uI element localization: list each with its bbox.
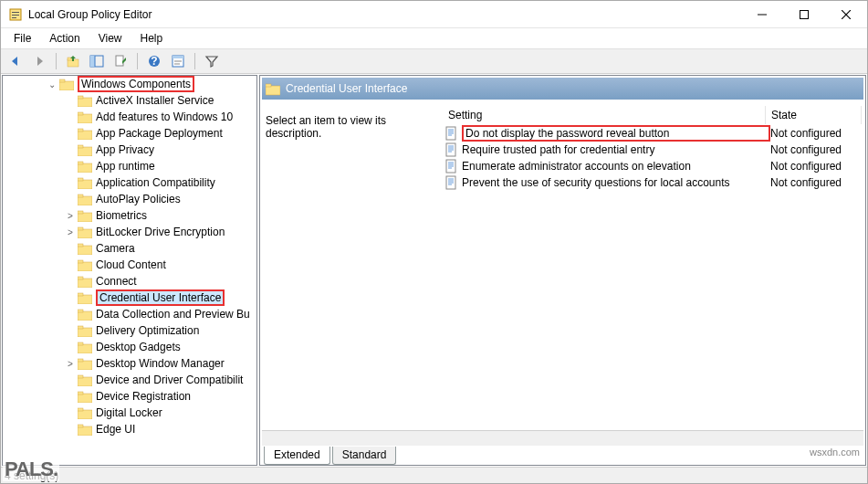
- properties-button[interactable]: [167, 51, 189, 71]
- up-button[interactable]: [62, 51, 84, 71]
- folder-icon: [78, 193, 92, 205]
- column-setting[interactable]: Setting: [443, 106, 766, 124]
- tree-item-label[interactable]: Desktop Gadgets: [96, 341, 181, 353]
- tree-item[interactable]: Digital Locker: [3, 405, 256, 421]
- svg-rect-64: [266, 86, 280, 95]
- tree-item-label[interactable]: BitLocker Drive Encryption: [96, 226, 225, 238]
- tree-item[interactable]: Cloud Content: [3, 257, 256, 273]
- tree-item[interactable]: Device Registration: [3, 388, 256, 405]
- tree-item-label[interactable]: AutoPlay Policies: [96, 193, 181, 205]
- setting-row[interactable]: Prevent the use of security questions fo…: [443, 174, 862, 191]
- tree-item[interactable]: Credential User Interface: [3, 289, 256, 306]
- tree-item-label[interactable]: Edge UI: [96, 423, 135, 436]
- tree-item-label[interactable]: App runtime: [96, 160, 155, 173]
- horizontal-scrollbar[interactable]: [262, 430, 863, 446]
- folder-icon: [78, 291, 92, 304]
- tree-item-label[interactable]: App Privacy: [96, 143, 154, 156]
- column-state[interactable]: State: [766, 106, 862, 124]
- tree-item[interactable]: >Desktop Window Manager: [3, 355, 256, 372]
- folder-icon: [78, 406, 92, 419]
- folder-icon: [78, 143, 92, 156]
- tree-item-label[interactable]: Device Registration: [96, 390, 191, 403]
- svg-rect-44: [78, 279, 92, 288]
- svg-rect-36: [78, 213, 92, 222]
- tab-standard[interactable]: Standard: [332, 447, 397, 465]
- tree-item-label[interactable]: App Package Deployment: [96, 127, 223, 140]
- setting-row[interactable]: Enumerate administrator accounts on elev…: [443, 158, 862, 174]
- tree-item[interactable]: >Biometrics: [3, 207, 256, 224]
- tree-item[interactable]: Add features to Windows 10: [3, 109, 256, 125]
- setting-name[interactable]: Do not display the password reveal butto…: [462, 125, 770, 142]
- tree-item[interactable]: Application Compatibility: [3, 174, 256, 191]
- tree-item-label[interactable]: Credential User Interface: [96, 289, 225, 306]
- tab-extended[interactable]: Extended: [264, 447, 330, 465]
- tree-item-label[interactable]: Add features to Windows 10: [96, 110, 233, 123]
- tree-item[interactable]: App runtime: [3, 158, 256, 174]
- tree-item-label[interactable]: Device and Driver Compatibilit: [96, 374, 243, 386]
- svg-rect-50: [78, 328, 92, 337]
- svg-rect-49: [78, 310, 83, 312]
- description-pane: Select an item to view its description.: [264, 105, 443, 426]
- tree-panel[interactable]: ⌄ Windows Components ActiveX Installer S…: [2, 75, 257, 466]
- help-button[interactable]: ?: [143, 51, 165, 71]
- tree-item[interactable]: Delivery Optimization: [3, 322, 256, 339]
- folder-icon: [78, 160, 92, 173]
- forward-button[interactable]: [28, 51, 50, 71]
- menu-view[interactable]: View: [89, 29, 131, 47]
- tree-item[interactable]: Connect: [3, 273, 256, 289]
- overlay-logo: PALS.: [3, 458, 59, 481]
- tree-item[interactable]: Device and Driver Compatibilit: [3, 372, 256, 388]
- maximize-button[interactable]: [783, 1, 825, 27]
- tree-item[interactable]: Data Collection and Preview Bu: [3, 306, 256, 322]
- menu-action[interactable]: Action: [40, 29, 89, 47]
- show-hide-tree-button[interactable]: [86, 51, 108, 71]
- menu-file[interactable]: File: [5, 29, 40, 47]
- tree-item[interactable]: App Package Deployment: [3, 125, 256, 142]
- policy-icon: [444, 126, 459, 141]
- svg-rect-21: [59, 79, 65, 82]
- filter-button[interactable]: [201, 51, 223, 71]
- export-button[interactable]: [110, 51, 131, 71]
- tree-item[interactable]: Desktop Gadgets: [3, 339, 256, 355]
- tree-item-label[interactable]: Biometrics: [96, 209, 147, 222]
- tree-item[interactable]: Edge UI: [3, 421, 256, 437]
- back-button[interactable]: [5, 51, 26, 71]
- tree-item[interactable]: Camera: [3, 240, 256, 257]
- setting-name[interactable]: Enumerate administrator accounts on elev…: [462, 160, 770, 173]
- folder-icon: [59, 78, 74, 90]
- minimize-button[interactable]: [741, 1, 783, 27]
- tree-item[interactable]: >BitLocker Drive Encryption: [3, 224, 256, 240]
- tree-item-label[interactable]: Camera: [96, 242, 135, 255]
- setting-name[interactable]: Prevent the use of security questions fo…: [462, 176, 770, 189]
- policy-icon: [444, 175, 459, 190]
- tree-item-label[interactable]: Cloud Content: [96, 258, 166, 271]
- statusbar: 4 setting(s): [1, 467, 867, 483]
- menubar: File Action View Help: [1, 28, 867, 48]
- setting-name[interactable]: Require trusted path for credential entr…: [462, 143, 770, 156]
- tree-item-label[interactable]: Data Collection and Preview Bu: [96, 308, 250, 321]
- tree-item-label[interactable]: Application Compatibility: [96, 176, 215, 189]
- tree-item[interactable]: AutoPlay Policies: [3, 191, 256, 207]
- close-button[interactable]: [825, 1, 867, 27]
- expand-icon[interactable]: >: [63, 227, 78, 237]
- tree-item-label[interactable]: Digital Locker: [96, 406, 162, 419]
- svg-rect-56: [78, 377, 92, 386]
- tree-item-label[interactable]: Delivery Optimization: [96, 324, 199, 337]
- menu-help[interactable]: Help: [131, 29, 173, 47]
- tree-item-label[interactable]: ActiveX Installer Service: [96, 94, 214, 107]
- tree-item-label[interactable]: Connect: [96, 275, 137, 288]
- svg-rect-39: [78, 227, 83, 230]
- svg-text:?: ?: [151, 55, 157, 68]
- setting-row[interactable]: Require trusted path for credential entr…: [443, 142, 862, 158]
- setting-row[interactable]: Do not display the password reveal butto…: [443, 125, 862, 142]
- expand-icon[interactable]: >: [63, 359, 78, 369]
- window-controls: [741, 1, 867, 27]
- tree-root-node[interactable]: ⌄ Windows Components: [3, 76, 256, 92]
- expand-icon[interactable]: >: [63, 211, 78, 221]
- tree-root-label[interactable]: Windows Components: [78, 76, 194, 92]
- collapse-icon[interactable]: ⌄: [45, 79, 59, 89]
- toolbar-separator: [194, 53, 195, 69]
- tree-item[interactable]: App Privacy: [3, 142, 256, 158]
- tree-item[interactable]: ActiveX Installer Service: [3, 92, 256, 109]
- tree-item-label[interactable]: Desktop Window Manager: [96, 357, 225, 370]
